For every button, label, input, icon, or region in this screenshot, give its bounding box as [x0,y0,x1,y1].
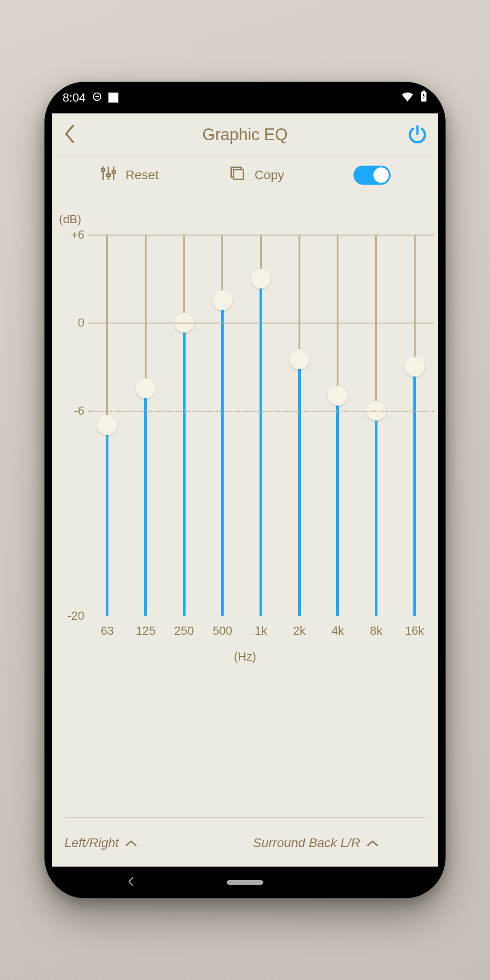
status-bar: 8:04 [44,82,446,113]
x-tick-label: 8k [357,624,396,638]
footer-divider [242,829,242,857]
slider-fill [298,359,301,616]
eq-band-16k [395,235,434,616]
header: Graphic EQ [52,113,438,156]
slider-thumb[interactable] [212,290,232,310]
slider-fill [183,323,186,616]
y-tick-label: +6 [71,228,84,242]
copy-icon [228,164,246,186]
channel-selector-right[interactable]: Surround Back L/R [247,829,426,857]
gridline [88,411,434,412]
x-tick-label: 250 [165,624,203,638]
copy-label: Copy [255,168,284,182]
app-screen: Graphic EQ Reset [52,113,438,867]
slider-fill [260,279,262,616]
x-tick-label: 1k [242,624,280,638]
footer: Left/Right Surround Back L/R [64,817,426,857]
x-tick-label: 500 [203,624,242,638]
slider-thumb[interactable] [405,357,425,377]
slider-fill [413,367,416,616]
gridline [88,323,434,323]
eq-band-8k [357,235,396,616]
y-tick-label: -20 [67,609,84,623]
eq-enable-toggle[interactable] [353,166,391,185]
slider-thumb[interactable] [289,349,309,369]
eq-band-125 [127,235,165,616]
x-unit-label: (Hz) [56,650,434,664]
copy-button[interactable]: Copy [228,164,284,186]
power-button[interactable] [407,124,427,146]
phone-frame: 8:04 Graphic EQ [44,82,446,898]
eq-tracks [88,235,434,616]
svg-rect-9 [234,170,244,180]
y-tick-label: -6 [74,403,84,417]
slider-thumb[interactable] [97,415,117,435]
eq-band-500 [203,235,242,616]
clock: 8:04 [63,91,86,105]
gridline [88,235,434,235]
sync-icon [92,91,102,105]
wifi-icon [401,91,414,105]
eq-band-1k [242,235,280,616]
eq-band-4k [318,235,357,616]
chevron-up-icon [125,836,137,850]
eq-band-2k [280,235,318,616]
toggle-knob [373,167,389,183]
slider-thumb[interactable] [136,378,156,398]
eq-band-63 [88,235,127,616]
chevron-up-icon [367,836,378,850]
slider-thumb[interactable] [251,269,271,289]
x-tick-label: 4k [318,624,357,638]
app-indicator-icon [108,93,118,103]
reset-label: Reset [126,168,159,182]
battery-icon [420,90,427,105]
slider-fill [375,411,377,616]
x-tick-label: 63 [88,624,127,638]
svg-rect-6 [102,169,105,171]
channel-right-label: Surround Back L/R [253,836,361,850]
channel-selector-left[interactable]: Left/Right [64,829,237,857]
channel-left-label: Left/Right [64,836,119,850]
reset-button[interactable]: Reset [99,164,159,186]
y-tick-label: 0 [78,315,84,329]
svg-rect-7 [107,174,110,176]
slider-fill [106,425,108,616]
back-button[interactable] [63,124,77,146]
nav-back-icon[interactable] [126,877,136,888]
slider-fill [221,300,224,616]
y-axis: +60-6-20 [56,235,88,616]
x-tick-label: 125 [127,624,165,638]
eq-chart: (dB) +60-6-20 631252505001k2k4k8k16k (Hz… [52,194,438,664]
android-nav-bar [44,867,446,898]
slider-fill [144,388,147,616]
svg-rect-8 [112,171,115,173]
eq-plot-area: +60-6-20 [88,235,434,616]
eq-band-250 [165,235,203,616]
slider-thumb[interactable] [328,386,348,406]
svg-rect-2 [422,90,425,92]
x-tick-label: 2k [280,624,318,638]
toolbar: Reset Copy [64,156,426,194]
slider-fill [336,396,339,616]
nav-home-pill[interactable] [227,880,263,885]
y-unit-label: (dB) [56,212,434,226]
sliders-icon [99,164,118,186]
x-axis-labels: 631252505001k2k4k8k16k [88,624,434,638]
page-title: Graphic EQ [202,125,288,144]
x-tick-label: 16k [395,624,434,638]
